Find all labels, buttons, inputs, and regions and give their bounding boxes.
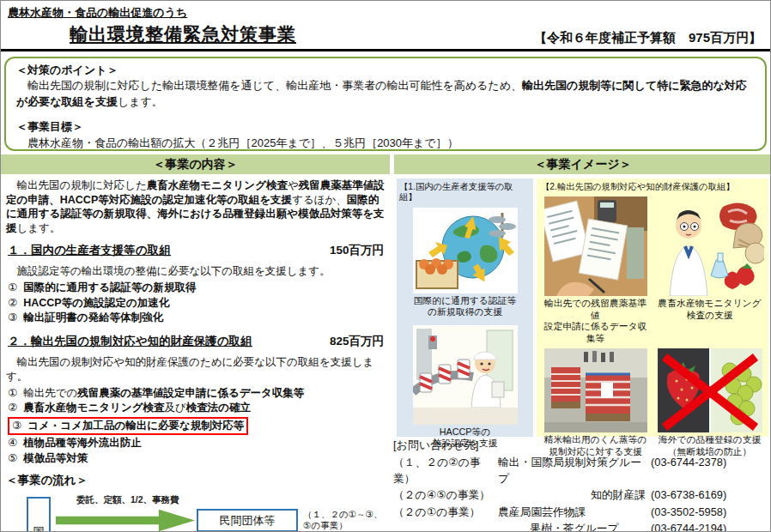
budget-label: 【令和６年度補正予算額 975百万円】 bbox=[534, 30, 762, 46]
flow-arrow-icon bbox=[56, 508, 195, 532]
panel1-caption-1: 国際的に通用する認証等 の新規取得の支援 bbox=[399, 295, 531, 318]
list-item: ①輸出先での残留農薬の基準値設定申請に係るデータ収集等 bbox=[8, 386, 389, 402]
contact-row: 果樹・茶グループ (03-6744-2194) bbox=[393, 520, 771, 532]
monitoring-inspector-illustration bbox=[656, 196, 764, 296]
content-column: 輸出先国の規制に対応した農畜水産物モニタリング検査や残留農薬基準値設定の申請、H… bbox=[1, 176, 392, 532]
contact-block: [お問い合わせ先] （１、２の②の事業） 輸出・国際局規制対策グループ (03-… bbox=[393, 438, 771, 532]
left-column-header: ＜事業の内容＞ bbox=[1, 154, 390, 174]
points-heading: ＜対策のポイント＞ bbox=[16, 63, 755, 78]
page-header: 農林水産物・食品の輸出促進のうち 輸出環境整備緊急対策事業 【令和６年度補正予算… bbox=[1, 1, 770, 51]
list-item-highlighted: ③コメ・コメ加工品の輸出に必要な規制対応等 bbox=[8, 416, 389, 437]
flow-arrow1-label: 委託、定額、1/2、事務費 bbox=[76, 494, 179, 506]
panel2-title: 【2.輸出先国の規制対応や知的財産保護の取組】 bbox=[541, 182, 764, 192]
flow-box-nation: 国 bbox=[27, 497, 51, 532]
globe-export-illustration bbox=[413, 208, 518, 293]
section1-title: １．国内の生産者支援等の取組 bbox=[8, 243, 171, 258]
flow-note-1: （１、２の①～③、⑤の事業） bbox=[303, 509, 389, 531]
section1-items: ①国際的に通用する認証等の新規取得 ②HACCP等の施設認定の加速化 ③輸出証明… bbox=[1, 281, 392, 326]
section1-lead: 施設認定等の輸出環境の整備に必要な以下の取組を支援します。 bbox=[1, 264, 392, 279]
list-item: ④植物品種等海外流出防止 bbox=[8, 436, 389, 451]
section2-items: ①輸出先での残留農薬の基準値設定申請に係るデータ収集等 ②農畜水産物モニタリング… bbox=[1, 386, 392, 467]
flow-box-private-org-1: 民間団体等 bbox=[197, 509, 298, 532]
panel2-caption-1: 輸出先での残留農薬基準値 設定申請に係るデータ収集等 bbox=[541, 298, 650, 344]
list-item: ②HACCP等の施設認定の加速化 bbox=[8, 296, 389, 311]
section2-budget: 825百万円 bbox=[330, 334, 384, 349]
list-item: ①国際的に通用する認証等の新規取得 bbox=[8, 281, 389, 296]
right-column-header: ＜事業イメージ＞ bbox=[394, 154, 771, 174]
contact-row: （１、２の②の事業） 輸出・国際局規制対策グループ (03-6744-2378) bbox=[393, 454, 771, 487]
section1-budget: 150百万円 bbox=[330, 243, 384, 258]
panel2-caption-2: 農畜水産物モニタリング 検査の支援 bbox=[655, 298, 764, 321]
points-box: ＜対策のポイント＞ 輸出先国の規制に対応した輸出環境整備を通じて、輸出産地・事業… bbox=[4, 57, 767, 151]
contact-row: （２の①の事業） 農産局園芸作物課 (03-3502-5958) bbox=[393, 504, 771, 520]
haccp-factory-illustration bbox=[413, 325, 518, 425]
section2-title: ２．輸出先国の規制対応や知的財産保護の取組 bbox=[8, 334, 252, 349]
category-label: 農林水産物・食品の輸出促進のうち bbox=[8, 5, 187, 21]
rice-pallets-photo bbox=[544, 348, 647, 432]
section2-lead: 輸出先国の規制対応や知的財産保護のために必要な以下の取組を支援します。 bbox=[1, 355, 392, 384]
flow-diagram: 国 委託、定額、1/2、事務費 民間団体等 （１、２の①～③、⑤の事業） 定額、… bbox=[1, 488, 392, 532]
red-highlight-box: ③コメ・コメ加工品の輸出に必要な規制対応等 bbox=[8, 417, 248, 436]
page-title: 輸出環境整備緊急対策事業 bbox=[70, 22, 296, 46]
list-item: ③輸出証明書の発給等体制強化 bbox=[8, 311, 389, 326]
paperwork-photo bbox=[544, 196, 647, 296]
panel-regulation-ip: 【2.輸出先国の規制対応や知的財産保護の取組】 bbox=[537, 178, 768, 437]
goal-heading: ＜事業目標＞ bbox=[16, 119, 755, 135]
goal-body: 農林水産物・食品の輸出額の拡大（２兆円［2025年まで］、５兆円［2030年まで… bbox=[16, 136, 755, 151]
panel1-title: 【1.国内の生産者支援等の取組】 bbox=[399, 182, 531, 203]
list-item: ②農畜水産物モニタリング検査及び検査法の確立 bbox=[8, 401, 389, 416]
panel-domestic-support: 【1.国内の生産者支援等の取組】 bbox=[397, 178, 533, 437]
points-body: 輸出先国の規制に対応した輸出環境整備を通じて、輸出産地・事業者の輸出可能性を高め… bbox=[16, 78, 755, 110]
section2-heading: ２．輸出先国の規制対応や知的財産保護の取組 825百万円 bbox=[1, 334, 392, 349]
flow-title: ＜事業の流れ＞ bbox=[1, 473, 392, 488]
section1-heading: １．国内の生産者支援等の取組 150百万円 bbox=[1, 243, 392, 258]
list-item: ⑤模倣品等対策 bbox=[8, 451, 389, 467]
contact-heading: [お問い合わせ先] bbox=[393, 438, 771, 453]
content-intro: 輸出先国の規制に対応した農畜水産物モニタリング検査や残留農薬基準値設定の申請、H… bbox=[1, 176, 392, 235]
document-page: 農林水産物・食品の輸出促進のうち 輸出環境整備緊急対策事業 【令和６年度補正予算… bbox=[0, 0, 771, 532]
contact-row: （２の④⑤の事業） 知的財産課 (03-6738-6169) bbox=[393, 487, 771, 503]
imagery-column: 【1.国内の生産者支援等の取組】 bbox=[393, 176, 771, 532]
variety-protection-photo bbox=[658, 348, 762, 432]
